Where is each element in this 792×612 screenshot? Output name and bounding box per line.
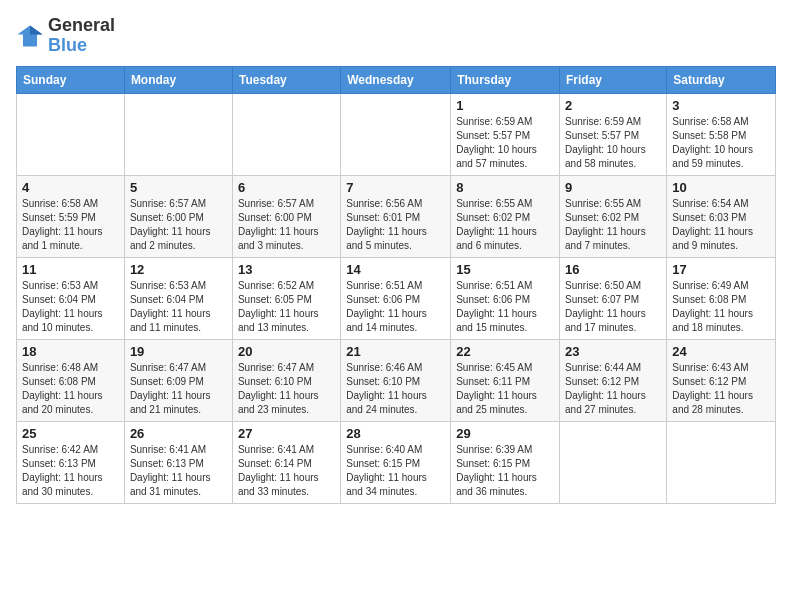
calendar-cell: 14Sunrise: 6:51 AM Sunset: 6:06 PM Dayli… bbox=[341, 257, 451, 339]
day-number: 25 bbox=[22, 426, 119, 441]
day-info: Sunrise: 6:47 AM Sunset: 6:09 PM Dayligh… bbox=[130, 361, 227, 417]
calendar-table: SundayMondayTuesdayWednesdayThursdayFrid… bbox=[16, 66, 776, 504]
svg-marker-1 bbox=[30, 25, 43, 34]
calendar-week-2: 4Sunrise: 6:58 AM Sunset: 5:59 PM Daylig… bbox=[17, 175, 776, 257]
calendar-cell: 19Sunrise: 6:47 AM Sunset: 6:09 PM Dayli… bbox=[124, 339, 232, 421]
calendar-cell: 8Sunrise: 6:55 AM Sunset: 6:02 PM Daylig… bbox=[451, 175, 560, 257]
day-info: Sunrise: 6:39 AM Sunset: 6:15 PM Dayligh… bbox=[456, 443, 554, 499]
day-number: 19 bbox=[130, 344, 227, 359]
day-number: 28 bbox=[346, 426, 445, 441]
day-info: Sunrise: 6:58 AM Sunset: 5:59 PM Dayligh… bbox=[22, 197, 119, 253]
calendar-cell: 11Sunrise: 6:53 AM Sunset: 6:04 PM Dayli… bbox=[17, 257, 125, 339]
calendar-cell: 28Sunrise: 6:40 AM Sunset: 6:15 PM Dayli… bbox=[341, 421, 451, 503]
day-info: Sunrise: 6:59 AM Sunset: 5:57 PM Dayligh… bbox=[456, 115, 554, 171]
day-info: Sunrise: 6:54 AM Sunset: 6:03 PM Dayligh… bbox=[672, 197, 770, 253]
calendar-cell: 2Sunrise: 6:59 AM Sunset: 5:57 PM Daylig… bbox=[560, 93, 667, 175]
day-info: Sunrise: 6:57 AM Sunset: 6:00 PM Dayligh… bbox=[238, 197, 335, 253]
calendar-cell: 1Sunrise: 6:59 AM Sunset: 5:57 PM Daylig… bbox=[451, 93, 560, 175]
weekday-header-row: SundayMondayTuesdayWednesdayThursdayFrid… bbox=[17, 66, 776, 93]
calendar-cell bbox=[232, 93, 340, 175]
day-number: 15 bbox=[456, 262, 554, 277]
day-info: Sunrise: 6:50 AM Sunset: 6:07 PM Dayligh… bbox=[565, 279, 661, 335]
day-info: Sunrise: 6:41 AM Sunset: 6:13 PM Dayligh… bbox=[130, 443, 227, 499]
calendar-cell: 22Sunrise: 6:45 AM Sunset: 6:11 PM Dayli… bbox=[451, 339, 560, 421]
day-number: 8 bbox=[456, 180, 554, 195]
calendar-cell bbox=[560, 421, 667, 503]
weekday-header-thursday: Thursday bbox=[451, 66, 560, 93]
day-number: 20 bbox=[238, 344, 335, 359]
weekday-header-tuesday: Tuesday bbox=[232, 66, 340, 93]
calendar-cell: 13Sunrise: 6:52 AM Sunset: 6:05 PM Dayli… bbox=[232, 257, 340, 339]
weekday-header-monday: Monday bbox=[124, 66, 232, 93]
day-number: 4 bbox=[22, 180, 119, 195]
calendar-cell: 4Sunrise: 6:58 AM Sunset: 5:59 PM Daylig… bbox=[17, 175, 125, 257]
calendar-week-3: 11Sunrise: 6:53 AM Sunset: 6:04 PM Dayli… bbox=[17, 257, 776, 339]
day-info: Sunrise: 6:46 AM Sunset: 6:10 PM Dayligh… bbox=[346, 361, 445, 417]
calendar-cell: 6Sunrise: 6:57 AM Sunset: 6:00 PM Daylig… bbox=[232, 175, 340, 257]
day-number: 21 bbox=[346, 344, 445, 359]
day-number: 26 bbox=[130, 426, 227, 441]
calendar-cell: 9Sunrise: 6:55 AM Sunset: 6:02 PM Daylig… bbox=[560, 175, 667, 257]
day-info: Sunrise: 6:59 AM Sunset: 5:57 PM Dayligh… bbox=[565, 115, 661, 171]
calendar-cell: 29Sunrise: 6:39 AM Sunset: 6:15 PM Dayli… bbox=[451, 421, 560, 503]
day-info: Sunrise: 6:58 AM Sunset: 5:58 PM Dayligh… bbox=[672, 115, 770, 171]
calendar-cell: 24Sunrise: 6:43 AM Sunset: 6:12 PM Dayli… bbox=[667, 339, 776, 421]
weekday-header-saturday: Saturday bbox=[667, 66, 776, 93]
calendar-week-5: 25Sunrise: 6:42 AM Sunset: 6:13 PM Dayli… bbox=[17, 421, 776, 503]
day-number: 5 bbox=[130, 180, 227, 195]
day-info: Sunrise: 6:47 AM Sunset: 6:10 PM Dayligh… bbox=[238, 361, 335, 417]
calendar-week-4: 18Sunrise: 6:48 AM Sunset: 6:08 PM Dayli… bbox=[17, 339, 776, 421]
calendar-cell: 26Sunrise: 6:41 AM Sunset: 6:13 PM Dayli… bbox=[124, 421, 232, 503]
day-info: Sunrise: 6:51 AM Sunset: 6:06 PM Dayligh… bbox=[456, 279, 554, 335]
day-info: Sunrise: 6:48 AM Sunset: 6:08 PM Dayligh… bbox=[22, 361, 119, 417]
day-info: Sunrise: 6:57 AM Sunset: 6:00 PM Dayligh… bbox=[130, 197, 227, 253]
day-info: Sunrise: 6:53 AM Sunset: 6:04 PM Dayligh… bbox=[22, 279, 119, 335]
calendar-week-1: 1Sunrise: 6:59 AM Sunset: 5:57 PM Daylig… bbox=[17, 93, 776, 175]
day-number: 18 bbox=[22, 344, 119, 359]
weekday-header-friday: Friday bbox=[560, 66, 667, 93]
calendar-cell: 15Sunrise: 6:51 AM Sunset: 6:06 PM Dayli… bbox=[451, 257, 560, 339]
day-number: 9 bbox=[565, 180, 661, 195]
day-info: Sunrise: 6:40 AM Sunset: 6:15 PM Dayligh… bbox=[346, 443, 445, 499]
calendar-cell: 25Sunrise: 6:42 AM Sunset: 6:13 PM Dayli… bbox=[17, 421, 125, 503]
calendar-cell: 21Sunrise: 6:46 AM Sunset: 6:10 PM Dayli… bbox=[341, 339, 451, 421]
calendar-cell bbox=[124, 93, 232, 175]
day-info: Sunrise: 6:49 AM Sunset: 6:08 PM Dayligh… bbox=[672, 279, 770, 335]
logo-icon bbox=[16, 22, 44, 50]
calendar-cell: 3Sunrise: 6:58 AM Sunset: 5:58 PM Daylig… bbox=[667, 93, 776, 175]
logo-text: General Blue bbox=[48, 16, 115, 56]
day-number: 16 bbox=[565, 262, 661, 277]
calendar-cell: 12Sunrise: 6:53 AM Sunset: 6:04 PM Dayli… bbox=[124, 257, 232, 339]
day-info: Sunrise: 6:43 AM Sunset: 6:12 PM Dayligh… bbox=[672, 361, 770, 417]
day-number: 11 bbox=[22, 262, 119, 277]
page-header: General Blue bbox=[16, 16, 776, 56]
calendar-cell: 23Sunrise: 6:44 AM Sunset: 6:12 PM Dayli… bbox=[560, 339, 667, 421]
calendar-cell: 10Sunrise: 6:54 AM Sunset: 6:03 PM Dayli… bbox=[667, 175, 776, 257]
day-info: Sunrise: 6:52 AM Sunset: 6:05 PM Dayligh… bbox=[238, 279, 335, 335]
day-number: 22 bbox=[456, 344, 554, 359]
day-number: 7 bbox=[346, 180, 445, 195]
day-info: Sunrise: 6:44 AM Sunset: 6:12 PM Dayligh… bbox=[565, 361, 661, 417]
day-number: 14 bbox=[346, 262, 445, 277]
calendar-cell: 5Sunrise: 6:57 AM Sunset: 6:00 PM Daylig… bbox=[124, 175, 232, 257]
calendar-cell: 7Sunrise: 6:56 AM Sunset: 6:01 PM Daylig… bbox=[341, 175, 451, 257]
day-info: Sunrise: 6:42 AM Sunset: 6:13 PM Dayligh… bbox=[22, 443, 119, 499]
calendar-cell: 27Sunrise: 6:41 AM Sunset: 6:14 PM Dayli… bbox=[232, 421, 340, 503]
day-number: 29 bbox=[456, 426, 554, 441]
day-info: Sunrise: 6:45 AM Sunset: 6:11 PM Dayligh… bbox=[456, 361, 554, 417]
day-number: 17 bbox=[672, 262, 770, 277]
day-info: Sunrise: 6:56 AM Sunset: 6:01 PM Dayligh… bbox=[346, 197, 445, 253]
day-number: 6 bbox=[238, 180, 335, 195]
day-number: 12 bbox=[130, 262, 227, 277]
day-info: Sunrise: 6:41 AM Sunset: 6:14 PM Dayligh… bbox=[238, 443, 335, 499]
calendar-cell bbox=[17, 93, 125, 175]
calendar-cell bbox=[341, 93, 451, 175]
day-number: 24 bbox=[672, 344, 770, 359]
weekday-header-sunday: Sunday bbox=[17, 66, 125, 93]
logo: General Blue bbox=[16, 16, 115, 56]
weekday-header-wednesday: Wednesday bbox=[341, 66, 451, 93]
day-number: 1 bbox=[456, 98, 554, 113]
day-number: 13 bbox=[238, 262, 335, 277]
day-number: 23 bbox=[565, 344, 661, 359]
day-number: 27 bbox=[238, 426, 335, 441]
